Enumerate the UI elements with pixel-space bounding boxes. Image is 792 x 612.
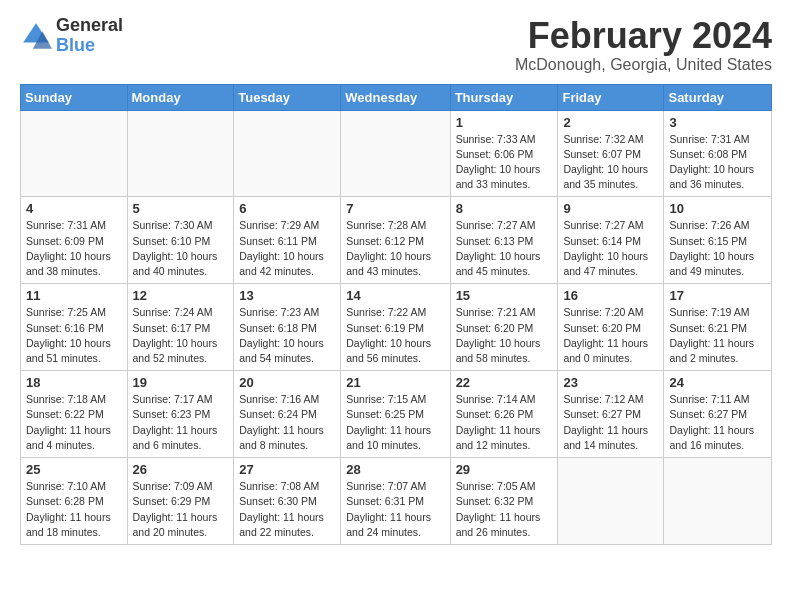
calendar-cell bbox=[234, 110, 341, 197]
day-info: Sunrise: 7:31 AM Sunset: 6:09 PM Dayligh… bbox=[26, 218, 122, 279]
day-info: Sunrise: 7:26 AM Sunset: 6:15 PM Dayligh… bbox=[669, 218, 766, 279]
logo: General Blue bbox=[20, 16, 123, 56]
day-info: Sunrise: 7:24 AM Sunset: 6:17 PM Dayligh… bbox=[133, 305, 229, 366]
calendar-cell: 3Sunrise: 7:31 AM Sunset: 6:08 PM Daylig… bbox=[664, 110, 772, 197]
calendar-cell bbox=[341, 110, 450, 197]
calendar-cell: 19Sunrise: 7:17 AM Sunset: 6:23 PM Dayli… bbox=[127, 371, 234, 458]
calendar-cell: 24Sunrise: 7:11 AM Sunset: 6:27 PM Dayli… bbox=[664, 371, 772, 458]
calendar-subtitle: McDonough, Georgia, United States bbox=[515, 56, 772, 74]
calendar-cell: 13Sunrise: 7:23 AM Sunset: 6:18 PM Dayli… bbox=[234, 284, 341, 371]
calendar-week-1: 4Sunrise: 7:31 AM Sunset: 6:09 PM Daylig… bbox=[21, 197, 772, 284]
calendar-cell: 8Sunrise: 7:27 AM Sunset: 6:13 PM Daylig… bbox=[450, 197, 558, 284]
calendar-cell: 5Sunrise: 7:30 AM Sunset: 6:10 PM Daylig… bbox=[127, 197, 234, 284]
day-number: 28 bbox=[346, 462, 444, 477]
calendar-cell: 2Sunrise: 7:32 AM Sunset: 6:07 PM Daylig… bbox=[558, 110, 664, 197]
day-info: Sunrise: 7:09 AM Sunset: 6:29 PM Dayligh… bbox=[133, 479, 229, 540]
day-number: 21 bbox=[346, 375, 444, 390]
calendar-cell: 16Sunrise: 7:20 AM Sunset: 6:20 PM Dayli… bbox=[558, 284, 664, 371]
day-info: Sunrise: 7:15 AM Sunset: 6:25 PM Dayligh… bbox=[346, 392, 444, 453]
day-number: 12 bbox=[133, 288, 229, 303]
day-info: Sunrise: 7:12 AM Sunset: 6:27 PM Dayligh… bbox=[563, 392, 658, 453]
day-number: 2 bbox=[563, 115, 658, 130]
day-number: 6 bbox=[239, 201, 335, 216]
calendar-cell: 21Sunrise: 7:15 AM Sunset: 6:25 PM Dayli… bbox=[341, 371, 450, 458]
calendar-cell: 18Sunrise: 7:18 AM Sunset: 6:22 PM Dayli… bbox=[21, 371, 128, 458]
calendar-title: February 2024 bbox=[515, 16, 772, 56]
calendar-body: 1Sunrise: 7:33 AM Sunset: 6:06 PM Daylig… bbox=[21, 110, 772, 544]
header-row: SundayMondayTuesdayWednesdayThursdayFrid… bbox=[21, 84, 772, 110]
calendar-cell: 27Sunrise: 7:08 AM Sunset: 6:30 PM Dayli… bbox=[234, 458, 341, 545]
calendar-cell bbox=[664, 458, 772, 545]
day-number: 7 bbox=[346, 201, 444, 216]
calendar-cell: 29Sunrise: 7:05 AM Sunset: 6:32 PM Dayli… bbox=[450, 458, 558, 545]
day-number: 11 bbox=[26, 288, 122, 303]
day-number: 1 bbox=[456, 115, 553, 130]
calendar-cell bbox=[127, 110, 234, 197]
header-cell-monday: Monday bbox=[127, 84, 234, 110]
day-number: 25 bbox=[26, 462, 122, 477]
day-info: Sunrise: 7:27 AM Sunset: 6:13 PM Dayligh… bbox=[456, 218, 553, 279]
day-info: Sunrise: 7:17 AM Sunset: 6:23 PM Dayligh… bbox=[133, 392, 229, 453]
calendar-cell: 17Sunrise: 7:19 AM Sunset: 6:21 PM Dayli… bbox=[664, 284, 772, 371]
calendar-cell: 22Sunrise: 7:14 AM Sunset: 6:26 PM Dayli… bbox=[450, 371, 558, 458]
day-info: Sunrise: 7:16 AM Sunset: 6:24 PM Dayligh… bbox=[239, 392, 335, 453]
day-info: Sunrise: 7:20 AM Sunset: 6:20 PM Dayligh… bbox=[563, 305, 658, 366]
header-cell-friday: Friday bbox=[558, 84, 664, 110]
day-info: Sunrise: 7:19 AM Sunset: 6:21 PM Dayligh… bbox=[669, 305, 766, 366]
calendar-cell: 1Sunrise: 7:33 AM Sunset: 6:06 PM Daylig… bbox=[450, 110, 558, 197]
day-info: Sunrise: 7:14 AM Sunset: 6:26 PM Dayligh… bbox=[456, 392, 553, 453]
calendar-cell: 20Sunrise: 7:16 AM Sunset: 6:24 PM Dayli… bbox=[234, 371, 341, 458]
calendar-cell bbox=[21, 110, 128, 197]
day-number: 22 bbox=[456, 375, 553, 390]
calendar-cell: 25Sunrise: 7:10 AM Sunset: 6:28 PM Dayli… bbox=[21, 458, 128, 545]
calendar-week-3: 18Sunrise: 7:18 AM Sunset: 6:22 PM Dayli… bbox=[21, 371, 772, 458]
day-info: Sunrise: 7:25 AM Sunset: 6:16 PM Dayligh… bbox=[26, 305, 122, 366]
day-number: 18 bbox=[26, 375, 122, 390]
day-info: Sunrise: 7:10 AM Sunset: 6:28 PM Dayligh… bbox=[26, 479, 122, 540]
day-number: 13 bbox=[239, 288, 335, 303]
header-cell-saturday: Saturday bbox=[664, 84, 772, 110]
calendar-week-2: 11Sunrise: 7:25 AM Sunset: 6:16 PM Dayli… bbox=[21, 284, 772, 371]
calendar-header: SundayMondayTuesdayWednesdayThursdayFrid… bbox=[21, 84, 772, 110]
calendar-cell: 4Sunrise: 7:31 AM Sunset: 6:09 PM Daylig… bbox=[21, 197, 128, 284]
day-number: 20 bbox=[239, 375, 335, 390]
day-info: Sunrise: 7:28 AM Sunset: 6:12 PM Dayligh… bbox=[346, 218, 444, 279]
day-number: 27 bbox=[239, 462, 335, 477]
day-number: 8 bbox=[456, 201, 553, 216]
day-info: Sunrise: 7:22 AM Sunset: 6:19 PM Dayligh… bbox=[346, 305, 444, 366]
header: General Blue February 2024 McDonough, Ge… bbox=[20, 16, 772, 74]
calendar-cell: 12Sunrise: 7:24 AM Sunset: 6:17 PM Dayli… bbox=[127, 284, 234, 371]
day-info: Sunrise: 7:21 AM Sunset: 6:20 PM Dayligh… bbox=[456, 305, 553, 366]
day-number: 14 bbox=[346, 288, 444, 303]
day-info: Sunrise: 7:27 AM Sunset: 6:14 PM Dayligh… bbox=[563, 218, 658, 279]
day-info: Sunrise: 7:05 AM Sunset: 6:32 PM Dayligh… bbox=[456, 479, 553, 540]
day-info: Sunrise: 7:11 AM Sunset: 6:27 PM Dayligh… bbox=[669, 392, 766, 453]
day-number: 3 bbox=[669, 115, 766, 130]
day-info: Sunrise: 7:32 AM Sunset: 6:07 PM Dayligh… bbox=[563, 132, 658, 193]
calendar-cell: 11Sunrise: 7:25 AM Sunset: 6:16 PM Dayli… bbox=[21, 284, 128, 371]
calendar-cell: 6Sunrise: 7:29 AM Sunset: 6:11 PM Daylig… bbox=[234, 197, 341, 284]
calendar-cell: 7Sunrise: 7:28 AM Sunset: 6:12 PM Daylig… bbox=[341, 197, 450, 284]
day-info: Sunrise: 7:30 AM Sunset: 6:10 PM Dayligh… bbox=[133, 218, 229, 279]
day-number: 29 bbox=[456, 462, 553, 477]
calendar-cell: 9Sunrise: 7:27 AM Sunset: 6:14 PM Daylig… bbox=[558, 197, 664, 284]
day-info: Sunrise: 7:08 AM Sunset: 6:30 PM Dayligh… bbox=[239, 479, 335, 540]
day-number: 15 bbox=[456, 288, 553, 303]
day-number: 4 bbox=[26, 201, 122, 216]
day-number: 26 bbox=[133, 462, 229, 477]
day-number: 10 bbox=[669, 201, 766, 216]
title-block: February 2024 McDonough, Georgia, United… bbox=[515, 16, 772, 74]
header-cell-sunday: Sunday bbox=[21, 84, 128, 110]
day-info: Sunrise: 7:18 AM Sunset: 6:22 PM Dayligh… bbox=[26, 392, 122, 453]
header-cell-wednesday: Wednesday bbox=[341, 84, 450, 110]
calendar-cell: 10Sunrise: 7:26 AM Sunset: 6:15 PM Dayli… bbox=[664, 197, 772, 284]
logo-blue-text: Blue bbox=[56, 36, 123, 56]
logo-icon bbox=[20, 20, 52, 52]
header-cell-thursday: Thursday bbox=[450, 84, 558, 110]
day-info: Sunrise: 7:31 AM Sunset: 6:08 PM Dayligh… bbox=[669, 132, 766, 193]
day-info: Sunrise: 7:07 AM Sunset: 6:31 PM Dayligh… bbox=[346, 479, 444, 540]
calendar-cell: 14Sunrise: 7:22 AM Sunset: 6:19 PM Dayli… bbox=[341, 284, 450, 371]
day-info: Sunrise: 7:33 AM Sunset: 6:06 PM Dayligh… bbox=[456, 132, 553, 193]
day-number: 9 bbox=[563, 201, 658, 216]
day-number: 16 bbox=[563, 288, 658, 303]
